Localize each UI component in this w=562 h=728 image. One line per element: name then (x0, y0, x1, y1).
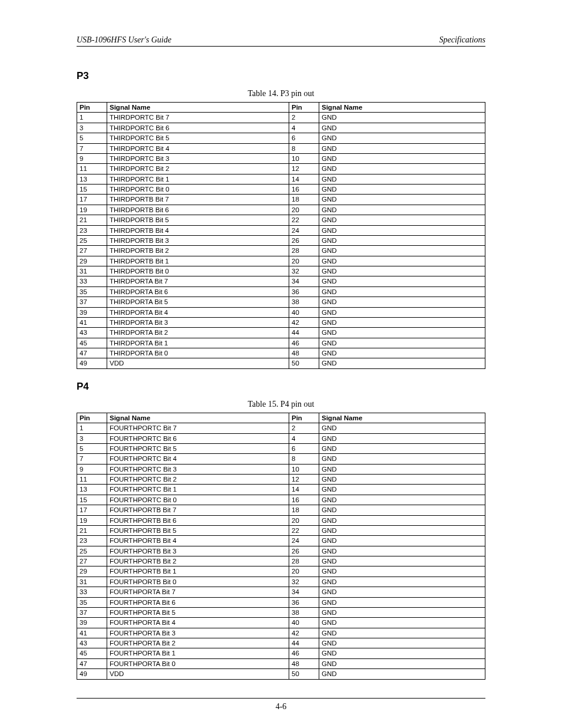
table-cell: 50 (289, 358, 319, 368)
table-cell: 6 (289, 443, 319, 453)
table-cell: GND (319, 485, 485, 495)
table-row: 45FOURTHPORTA Bit 146GND (77, 648, 485, 658)
table-cell: FOURTHPORTA Bit 6 (107, 597, 289, 607)
table-cell: FOURTHPORTC Bit 2 (107, 475, 289, 485)
table-row: 3FOURTHPORTC Bit 64GND (77, 433, 485, 443)
table-cell: GND (319, 475, 485, 485)
col-header: Pin (289, 103, 319, 113)
table-cell: 9 (77, 464, 107, 474)
table-cell: GND (319, 235, 485, 245)
table-cell: GND (319, 276, 485, 286)
table-cell: 33 (77, 276, 107, 286)
table-body-p4: 1FOURTHPORTC Bit 72GND3FOURTHPORTC Bit 6… (77, 423, 485, 679)
table-cell: FOURTHPORTC Bit 6 (107, 433, 289, 443)
table-cell: GND (319, 525, 485, 535)
table-cell: FOURTHPORTB Bit 7 (107, 505, 289, 515)
table-cell: 32 (289, 266, 319, 276)
table-cell: 49 (77, 669, 107, 679)
table-cell: GND (319, 566, 485, 577)
table-cell: GND (319, 556, 485, 566)
table-cell: 5 (77, 133, 107, 143)
table-cell: 41 (77, 628, 107, 638)
table-cell: 29 (77, 566, 107, 577)
table-cell: 20 (289, 256, 319, 266)
footer-rule (77, 698, 485, 699)
table-cell: THIRDPORTB Bit 3 (107, 235, 289, 245)
table-cell: GND (319, 297, 485, 307)
table-cell: FOURTHPORTC Bit 1 (107, 485, 289, 495)
table-cell: THIRDPORTA Bit 5 (107, 297, 289, 307)
table-cell: 19 (77, 205, 107, 215)
col-header: Signal Name (107, 413, 289, 423)
table-cell: THIRDPORTC Bit 4 (107, 143, 289, 153)
table-cell: FOURTHPORTB Bit 2 (107, 556, 289, 566)
col-header: Pin (77, 413, 107, 423)
table-cell: 8 (289, 454, 319, 464)
table-caption-p3: Table 14. P3 pin out (77, 89, 485, 98)
table-row: 13FOURTHPORTC Bit 114GND (77, 485, 485, 495)
table-cell: 11 (77, 475, 107, 485)
table-cell: 25 (77, 546, 107, 556)
table-cell: 35 (77, 597, 107, 607)
table-cell: GND (319, 143, 485, 153)
table-cell: 5 (77, 443, 107, 453)
table-cell: 7 (77, 143, 107, 153)
table-cell: GND (319, 546, 485, 556)
table-cell: 26 (289, 235, 319, 245)
table-cell: FOURTHPORTC Bit 5 (107, 443, 289, 453)
table-cell: GND (319, 464, 485, 474)
table-cell: 10 (289, 153, 319, 163)
table-cell: GND (319, 317, 485, 327)
table-cell: THIRDPORTA Bit 0 (107, 348, 289, 358)
table-row: 7THIRDPORTC Bit 48GND (77, 143, 485, 153)
table-cell: 45 (77, 338, 107, 348)
table-cell: THIRDPORTB Bit 1 (107, 256, 289, 266)
table-cell: GND (319, 225, 485, 235)
table-row: 13THIRDPORTC Bit 114GND (77, 174, 485, 184)
table-cell: THIRDPORTB Bit 0 (107, 266, 289, 276)
table-cell: GND (319, 307, 485, 317)
table-cell: 21 (77, 525, 107, 535)
table-row: 45THIRDPORTA Bit 146GND (77, 338, 485, 348)
table-cell: GND (319, 495, 485, 505)
page: USB-1096HFS User's Guide Specifications … (0, 0, 562, 728)
table-cell: GND (319, 669, 485, 679)
table-cell: 36 (289, 286, 319, 297)
table-cell: THIRDPORTC Bit 6 (107, 123, 289, 133)
table-cell: GND (319, 215, 485, 225)
table-cell: 47 (77, 348, 107, 358)
table-row: 21THIRDPORTB Bit 522GND (77, 215, 485, 225)
section-title-p3: P3 (77, 70, 485, 82)
table-cell: 25 (77, 235, 107, 245)
table-cell: 8 (289, 143, 319, 153)
header-right: Specifications (439, 35, 485, 45)
table-cell: 42 (289, 317, 319, 327)
table-cell: THIRDPORTA Bit 1 (107, 338, 289, 348)
table-cell: FOURTHPORTA Bit 1 (107, 648, 289, 658)
table-cell: 27 (77, 556, 107, 566)
table-cell: 12 (289, 164, 319, 174)
table-cell: FOURTHPORTC Bit 3 (107, 464, 289, 474)
table-row: 31FOURTHPORTB Bit 032GND (77, 577, 485, 587)
table-cell: THIRDPORTC Bit 0 (107, 185, 289, 195)
table-cell: 14 (289, 174, 319, 184)
table-cell: 31 (77, 266, 107, 276)
table-cell: 37 (77, 607, 107, 617)
table-cell: GND (319, 123, 485, 133)
table-row: 5FOURTHPORTC Bit 56GND (77, 443, 485, 453)
table-row: 15THIRDPORTC Bit 016GND (77, 185, 485, 195)
table-cell: GND (319, 195, 485, 205)
table-cell: GND (319, 433, 485, 443)
table-cell: 21 (77, 215, 107, 225)
table-cell: 24 (289, 225, 319, 235)
table-row: 31THIRDPORTB Bit 032GND (77, 266, 485, 276)
table-cell: FOURTHPORTA Bit 5 (107, 607, 289, 617)
table-cell: 6 (289, 133, 319, 143)
table-row: 17THIRDPORTB Bit 718GND (77, 195, 485, 205)
table-cell: 35 (77, 286, 107, 297)
table-cell: 22 (289, 525, 319, 535)
table-row: 33FOURTHPORTA Bit 734GND (77, 587, 485, 597)
table-cell: FOURTHPORTC Bit 7 (107, 423, 289, 433)
table-cell: 3 (77, 433, 107, 443)
table-cell: THIRDPORTB Bit 2 (107, 246, 289, 256)
